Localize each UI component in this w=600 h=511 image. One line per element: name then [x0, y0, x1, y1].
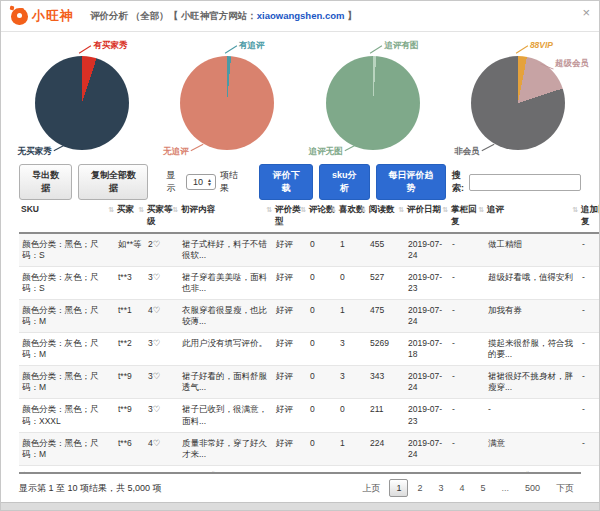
col-label: 掌柜回复	[451, 204, 477, 226]
search-input[interactable]	[469, 174, 581, 191]
table-row[interactable]: 颜色分类：灰色；尺码：XXLx**14♡质量不错，这个价钱有这么...好评011…	[19, 465, 599, 472]
sort-icon[interactable]: ⇅	[330, 206, 336, 214]
cell-like-count: 1	[337, 233, 367, 267]
search-group: 搜索:	[452, 169, 581, 195]
page-button-2[interactable]: 2	[410, 479, 429, 497]
col-label: 阅读数	[369, 204, 395, 214]
cell-read-count: 475	[367, 300, 405, 333]
search-label: 搜索:	[452, 169, 464, 195]
col-header-followup[interactable]: 追评⇅	[485, 200, 579, 233]
col-header-followup-reply[interactable]: 追加回复	[579, 200, 599, 233]
sort-icon[interactable]: ⇅	[300, 206, 306, 214]
cell-followup: 裙裙很好不挑身材，胖瘦穿...	[485, 366, 579, 399]
col-header-comment-count[interactable]: 评论数⇅	[307, 200, 337, 233]
pie-label-followup-with-image: 追评有图	[384, 40, 418, 52]
evaluation-analysis-window: 小旺神 评价分析 （全部）【 小旺神官方网站：xiaowangshen.com …	[0, 0, 600, 511]
page-button-5[interactable]: 5	[473, 479, 492, 497]
cell-buyer: t**9	[115, 366, 145, 399]
cell-comment-count: 0	[307, 432, 337, 465]
cell-like-count: 0	[337, 267, 367, 300]
col-header-initial-review[interactable]: 初评内容⇅	[179, 200, 273, 233]
cell-buyer-level: 3♡	[145, 333, 179, 366]
cell-initial-review: 裙子穿着美美哒，面料也非...	[179, 267, 273, 300]
cell-seller-reply: -	[449, 233, 485, 267]
col-header-sku[interactable]: SKU⇅	[19, 200, 115, 233]
col-label: 买家等级	[147, 204, 173, 226]
page-title-suffix: 】	[344, 10, 356, 21]
sort-icon[interactable]: ⇅	[266, 206, 272, 214]
table-row[interactable]: 颜色分类：黑色；尺码：XXXLt**93♡裙子已收到，很满意，面料...好评00…	[19, 399, 599, 432]
table-row[interactable]: 颜色分类：黑色；尺码：Mt**64♡质量非常好，穿了好久才来...好评01224…	[19, 432, 599, 465]
page-button-3[interactable]: 3	[431, 479, 450, 497]
cell-read-count: 5269	[367, 333, 405, 366]
cell-sku: 颜色分类：黑色；尺码：M	[19, 432, 115, 465]
chart-followup-image: 追评有图 追评无图	[300, 36, 446, 164]
page-button-500[interactable]: 500	[518, 479, 547, 497]
cell-followup: 满意	[485, 432, 579, 465]
cell-followup-reply: -	[579, 333, 599, 366]
sku-analysis-button[interactable]: sku分析	[319, 164, 370, 200]
page-button-4[interactable]: 4	[452, 479, 471, 497]
cell-followup: 做工精细	[485, 233, 579, 267]
cell-read-count: 211	[367, 399, 405, 432]
cell-buyer: t**6	[115, 432, 145, 465]
pagination: 上页 1 2 3 4 5 ... 500 下页	[355, 478, 581, 499]
close-icon[interactable]: ×	[582, 6, 590, 19]
cell-sku: 颜色分类：黑色；尺码：M	[19, 300, 115, 333]
page-title-prefix: 评价分析 （全部）【 小旺神官方网站：	[90, 10, 257, 21]
official-site-link[interactable]: xiaowangshen.com	[257, 10, 345, 21]
cell-followup-reply: -	[579, 233, 599, 267]
next-page-button[interactable]: 下页	[549, 478, 581, 499]
table-row[interactable]: 颜色分类：灰色；尺码：Mt**23♡此用户没有填写评价。好评0352692019…	[19, 333, 599, 366]
col-label: 追评	[487, 204, 504, 214]
cell-read-count: 527	[367, 267, 405, 300]
col-header-read-count[interactable]: 阅读数⇅	[367, 200, 405, 233]
cell-buyer-level: 4♡	[145, 465, 179, 472]
cell-review-type: 好评	[273, 333, 307, 366]
pie-buyer-show	[35, 56, 129, 150]
table-row[interactable]: 颜色分类：黑色；尺码：S如**等2♡裙子式样好，料子不错很软...好评01455…	[19, 233, 599, 267]
export-data-button[interactable]: 导出数据	[19, 164, 72, 200]
page-length-select[interactable]: 10 ▲ ▼	[186, 174, 216, 190]
col-header-buyer-level[interactable]: 买家等级⇅	[145, 200, 179, 233]
table-footer: 显示第 1 至 10 项结果，共 5,000 项 上页 1 2 3 4 5 ..…	[19, 472, 581, 502]
cell-buyer: x**1	[115, 465, 145, 472]
page-title: 评价分析 （全部）【 小旺神官方网站：xiaowangshen.com 】	[90, 10, 357, 23]
copy-all-data-button[interactable]: 复制全部数据	[78, 164, 148, 200]
sort-icon[interactable]: ⇅	[572, 206, 578, 214]
sort-icon[interactable]: ⇅	[398, 206, 404, 214]
cell-initial-review: 此用户没有填写评价。	[179, 333, 273, 366]
review-download-button[interactable]: 评价下载	[259, 164, 312, 200]
cell-read-count: 10341	[367, 465, 405, 472]
col-header-review-date[interactable]: 评价日期⇅	[405, 200, 449, 233]
cell-comment-count: 0	[307, 267, 337, 300]
sort-icon[interactable]: ⇅	[478, 206, 484, 214]
cell-buyer-level: 3♡	[145, 366, 179, 399]
cell-like-count: 1	[337, 432, 367, 465]
table-row[interactable]: 颜色分类：黑色；尺码：Mt**93♡裙子好看的，面料舒服透气...好评03343…	[19, 366, 599, 399]
daily-trend-button[interactable]: 每日评价趋势	[376, 164, 446, 200]
col-header-seller-reply[interactable]: 掌柜回复⇅	[449, 200, 485, 233]
cell-buyer: t**2	[115, 333, 145, 366]
col-header-like-count[interactable]: 喜欢数⇅	[337, 200, 367, 233]
cell-buyer-level: 4♡	[145, 300, 179, 333]
show-label: 显示	[166, 169, 182, 195]
sort-icon[interactable]: ⇅	[172, 206, 178, 214]
col-label: 买家	[117, 204, 134, 214]
col-label: SKU	[21, 204, 39, 214]
page-button-1[interactable]: 1	[389, 479, 408, 497]
table-row[interactable]: 颜色分类：黑色；尺码：Mt**14♡衣服穿着很显瘦，也比较薄...好评01475…	[19, 300, 599, 333]
cell-seller-reply: -	[449, 333, 485, 366]
page-length-group: 显示 10 ▲ ▼ 项结果	[166, 169, 243, 195]
pie-membership	[471, 56, 565, 150]
brand-name: 小旺神	[32, 7, 74, 25]
sort-icon[interactable]: ⇅	[108, 206, 114, 214]
sort-icon[interactable]: ⇅	[442, 206, 448, 214]
sort-icon[interactable]: ⇅	[138, 206, 144, 214]
col-header-review-type[interactable]: 评价类型⇅	[273, 200, 307, 233]
cell-followup: 加我有券	[485, 300, 579, 333]
prev-page-button[interactable]: 上页	[355, 478, 387, 499]
col-header-buyer[interactable]: 买家⇅	[115, 200, 145, 233]
sort-icon[interactable]: ⇅	[360, 206, 366, 214]
table-row[interactable]: 颜色分类：灰色；尺码：St**33♡裙子穿着美美哒，面料也非...好评00527…	[19, 267, 599, 300]
